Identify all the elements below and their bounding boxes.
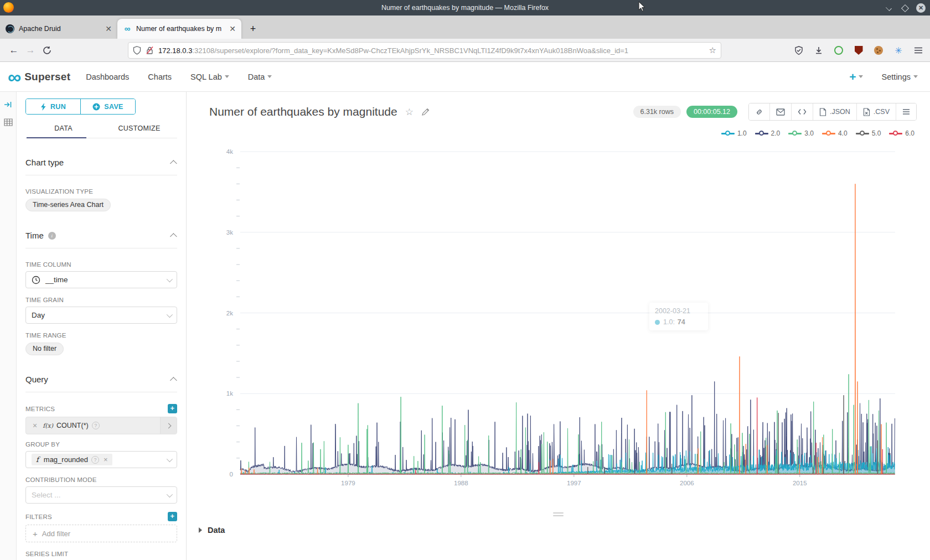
chevron-down-icon <box>167 276 173 282</box>
chevron-up-icon <box>170 377 177 384</box>
cookie-extension-icon[interactable] <box>874 45 884 55</box>
tab-data[interactable]: DATA <box>25 120 101 138</box>
dataset-grid-icon[interactable] <box>3 117 13 127</box>
svg-text:1k: 1k <box>226 390 233 397</box>
expand-datasource-icon[interactable] <box>3 100 13 110</box>
legend-item[interactable]: 3.0 <box>788 129 814 137</box>
url-bar[interactable]: 172.18.0.3:32108/superset/explore/?form_… <box>128 42 721 59</box>
run-button[interactable]: RUN <box>26 99 80 114</box>
legend-item[interactable]: 2.0 <box>755 129 781 137</box>
timeseries-area-chart[interactable]: 01k2k3k4k19791988199720062015 <box>187 92 930 560</box>
window-minimize-icon[interactable] <box>885 4 893 12</box>
export-csv-button[interactable]: .CSV <box>857 103 896 120</box>
chevron-down-icon <box>167 491 173 497</box>
colorful-extension-icon[interactable]: ✳ <box>893 45 903 55</box>
edit-pencil-icon[interactable] <box>421 107 430 116</box>
tab-close-icon[interactable]: ✕ <box>105 24 112 33</box>
time-grain-label: TIME GRAIN <box>25 297 177 303</box>
tab-superset-chart[interactable]: ∞ Numer of earthquakes by m ✕ <box>117 19 241 39</box>
legend-marker-icon <box>788 131 802 136</box>
control-panel: RUN SAVE DATA CUSTOMIZE Chart type VISUA… <box>17 92 187 560</box>
select-placeholder: Select ... <box>32 491 61 499</box>
export-json-button[interactable]: .JSON <box>813 103 857 120</box>
legend-item[interactable]: 6.0 <box>889 129 914 137</box>
plus-circle-icon <box>92 103 100 111</box>
window-maximize-icon[interactable] <box>901 4 908 12</box>
bookmark-star-icon[interactable]: ☆ <box>709 45 716 55</box>
new-tab-button[interactable]: + <box>245 20 261 37</box>
groupby-select[interactable]: f mag_rounded ? × <box>25 451 177 468</box>
extension-green-icon[interactable] <box>834 45 844 55</box>
insecure-lock-icon[interactable] <box>146 46 154 55</box>
chart-menu-button[interactable] <box>896 103 916 120</box>
window-close-icon[interactable]: ✕ <box>916 3 926 13</box>
forward-button[interactable]: → <box>22 45 39 56</box>
legend-marker-icon <box>889 131 902 136</box>
svg-text:1997: 1997 <box>567 480 581 486</box>
url-text[interactable]: 172.18.0.3:32108/superset/explore/?form_… <box>158 46 706 55</box>
add-filter-box[interactable]: + Add filter <box>25 525 177 542</box>
link-icon <box>755 108 763 116</box>
code-icon <box>798 108 807 115</box>
add-metric-button[interactable]: + <box>168 404 177 413</box>
time-range-pill[interactable]: No filter <box>25 343 64 355</box>
tooltip-series-label: 1.0: <box>663 318 675 326</box>
save-button[interactable]: SAVE <box>80 99 135 114</box>
time-column-select[interactable]: __time <box>25 271 177 288</box>
groupby-label: GROUP BY <box>25 441 177 448</box>
downloads-icon[interactable] <box>814 45 824 55</box>
data-section-title: Data <box>208 526 225 535</box>
tab-strip: Apache Druid ✕ ∞ Numer of earthquakes by… <box>0 15 930 39</box>
legend-item[interactable]: 4.0 <box>822 129 848 137</box>
permalink-button[interactable] <box>749 103 770 120</box>
email-button[interactable] <box>770 103 792 120</box>
legend-label: 1.0 <box>737 129 747 137</box>
chevron-down-icon <box>167 455 173 462</box>
viz-type-pill[interactable]: Time-series Area Chart <box>25 199 111 211</box>
menu-hamburger-icon[interactable] <box>913 45 923 55</box>
ublock-shield-icon[interactable] <box>854 45 864 55</box>
settings-menu[interactable]: Settings <box>882 72 918 81</box>
expand-metric-button[interactable] <box>160 417 177 434</box>
add-filter-plus-button[interactable]: + <box>168 512 177 521</box>
legend-item[interactable]: 5.0 <box>856 129 881 137</box>
superset-logo[interactable]: ∞ Superset <box>8 69 70 85</box>
tab-apache-druid[interactable]: Apache Druid ✕ <box>0 19 117 39</box>
metric-item[interactable]: × f(x) COUNT(*) ? <box>25 417 177 434</box>
tracking-protection-icon[interactable] <box>794 45 804 55</box>
tab-close-icon[interactable]: ✕ <box>229 24 236 33</box>
add-new-button[interactable]: + <box>849 70 862 84</box>
url-path: :32108/superset/explore/?form_data_key=K… <box>192 46 628 55</box>
legend-marker-icon <box>856 131 869 136</box>
nav-sql-lab[interactable]: SQL Lab <box>190 72 229 81</box>
remove-metric-icon[interactable]: × <box>26 421 43 430</box>
section-time[interactable]: Time i <box>25 217 177 248</box>
legend-marker-icon <box>822 131 835 136</box>
reload-button[interactable] <box>39 46 55 55</box>
remove-groupby-icon[interactable]: × <box>104 455 108 464</box>
nav-sql-lab-label: SQL Lab <box>190 72 222 81</box>
tab-customize[interactable]: CUSTOMIZE <box>101 120 177 138</box>
back-button[interactable]: ← <box>6 45 22 56</box>
embed-code-button[interactable] <box>792 103 813 120</box>
chart-title: Numer of earthquakes by magnitude <box>209 105 397 118</box>
help-icon: ? <box>91 456 99 464</box>
legend-item[interactable]: 1.0 <box>721 129 747 137</box>
section-chart-type[interactable]: Chart type <box>25 144 177 175</box>
time-range-label: TIME RANGE <box>25 332 177 339</box>
favorite-star-icon[interactable]: ☆ <box>405 106 414 118</box>
nav-data[interactable]: Data <box>248 72 272 81</box>
nav-charts[interactable]: Charts <box>148 72 172 81</box>
url-toolbar: ← → 172.18.0.3:32108/superset/explore/?f… <box>0 39 930 62</box>
shield-icon[interactable] <box>133 46 141 55</box>
section-query[interactable]: Query <box>25 361 177 392</box>
contribution-select[interactable]: Select ... <box>25 486 177 504</box>
resize-drag-handle[interactable] <box>187 512 930 518</box>
groupby-pill[interactable]: f mag_rounded ? × <box>32 454 112 465</box>
left-rail <box>0 92 17 560</box>
legend-marker-icon <box>755 131 768 136</box>
series-limit-label: SERIES LIMIT <box>25 551 177 557</box>
data-section-toggle[interactable]: Data <box>199 526 225 535</box>
time-grain-select[interactable]: Day <box>25 307 177 324</box>
nav-dashboards[interactable]: Dashboards <box>86 72 129 81</box>
